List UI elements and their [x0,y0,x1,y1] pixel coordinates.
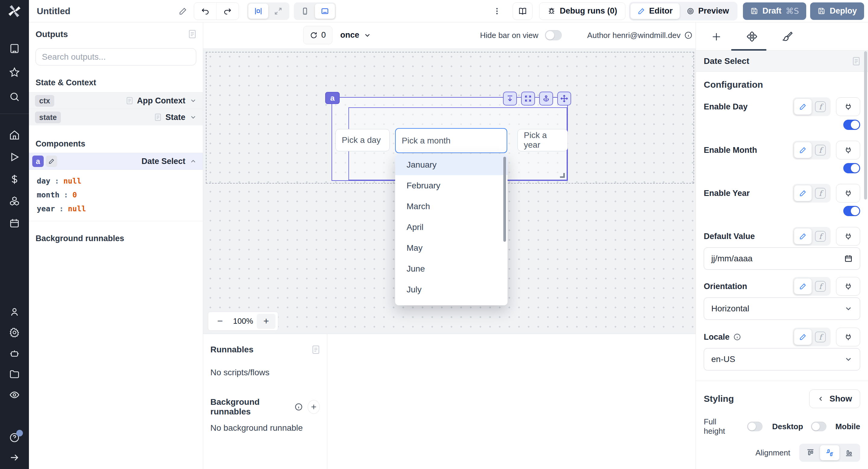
settings-doc-icon[interactable] [852,57,860,66]
enable-month-connect-plug-icon[interactable] [836,141,860,159]
zoom-in-button[interactable]: + [257,314,276,329]
pick-month-input[interactable]: Pick a month [395,128,507,153]
month-option-august[interactable]: August [395,300,507,305]
orientation-static-pencil-icon[interactable] [794,279,812,294]
help-icon[interactable] [9,432,20,443]
full-height-toggle[interactable] [747,422,763,431]
month-option-may[interactable]: May [395,238,507,258]
move-handle-icon[interactable] [557,92,571,105]
locale-static-pencil-icon[interactable] [794,329,812,345]
author-info-icon[interactable] [684,31,692,39]
outputs-doc-icon[interactable] [188,30,196,39]
calendar-icon[interactable] [844,254,852,263]
deploy-button[interactable]: Deploy [810,2,864,20]
settings-gear-icon[interactable] [9,327,20,338]
runs-play-icon[interactable] [9,152,20,162]
pick-year-input[interactable]: Pick a year [518,129,568,151]
more-menu-kebab-icon[interactable] [493,7,501,15]
center-layout-button[interactable] [248,4,268,19]
enable-year-fx-icon[interactable]: f [812,185,829,201]
prop-month[interactable]: month : 0 [37,188,203,201]
prop-year[interactable]: year : null [37,201,203,216]
tab-insert-plus-icon[interactable] [710,30,723,43]
default-value-connect-plug-icon[interactable] [836,227,860,246]
enable-month-toggle[interactable] [843,163,860,173]
month-option-march[interactable]: March [395,196,507,217]
refresh-count-button[interactable]: 0 [303,26,333,44]
orientation-fx-icon[interactable]: f [812,279,829,294]
folders-icon[interactable] [9,369,20,379]
expand-down-handle-icon[interactable] [503,92,517,105]
ai-robot-icon[interactable] [9,348,20,359]
enable-day-static-pencil-icon[interactable] [794,99,812,115]
runnables-doc-icon[interactable] [312,345,320,354]
windmill-logo[interactable] [0,0,29,22]
ctx-row[interactable]: ctx App Context [29,92,203,109]
enable-year-static-pencil-icon[interactable] [794,185,812,201]
default-value-date-input[interactable]: jj/mm/aaaa [704,247,860,270]
component-row-a[interactable]: a Date Select [29,153,203,170]
home-icon[interactable] [9,130,20,140]
anchor-handle-icon[interactable] [539,92,553,105]
month-option-april[interactable]: April [395,217,507,238]
schedules-calendar-icon[interactable] [9,218,20,229]
expand-layout-button[interactable] [268,4,288,19]
styling-show-button[interactable]: Show [809,389,860,408]
editor-tab[interactable]: Editor [630,3,680,19]
hide-bar-toggle[interactable] [545,30,562,40]
locale-fx-icon[interactable]: f [812,329,829,345]
canvas-grid[interactable]: a Pick a day Pick a month Pick a year Ja… [203,48,695,334]
resize-corner-handle[interactable] [560,173,565,178]
selected-component-tag[interactable]: a [325,92,340,104]
align-center-button[interactable] [820,445,839,460]
preview-tab[interactable]: Preview [680,3,736,19]
month-option-january[interactable]: January [395,154,507,175]
desktop-view-button[interactable] [315,4,335,19]
enable-month-fx-icon[interactable]: f [812,142,829,158]
favorites-star-icon[interactable] [9,67,20,78]
draft-save-button[interactable]: Draft ⌘S [743,2,806,20]
align-bottom-button[interactable] [839,445,859,460]
settings-scrollbar[interactable] [864,51,867,199]
search-icon[interactable] [9,91,20,102]
fullscreen-handle-icon[interactable] [521,92,535,105]
state-row[interactable]: state State [29,109,203,125]
edit-title-pencil-icon[interactable] [179,7,187,16]
state-chevron-down-icon[interactable] [190,114,197,121]
tab-styling-brush-icon[interactable] [781,30,794,43]
outputs-search-input[interactable] [42,52,190,62]
ctx-chevron-down-icon[interactable] [190,97,197,104]
variables-dollar-icon[interactable] [9,174,20,185]
docs-book-button[interactable] [513,2,532,20]
debug-runs-button[interactable]: Debug runs (0) [539,2,625,20]
add-bg-runnable-button[interactable] [308,400,320,414]
locale-connect-plug-icon[interactable] [836,327,860,346]
enable-day-connect-plug-icon[interactable] [836,97,860,116]
enable-year-connect-plug-icon[interactable] [836,184,860,202]
enable-day-toggle[interactable] [843,120,860,130]
component-rename-pencil-icon[interactable] [46,156,57,167]
user-icon[interactable] [9,307,20,317]
month-option-june[interactable]: June [395,258,507,279]
enable-year-toggle[interactable] [843,206,860,216]
desktop-toggle[interactable] [811,422,827,431]
collapse-arrow-icon[interactable] [9,452,20,463]
default-value-fx-icon[interactable]: f [812,228,829,244]
zoom-out-button[interactable]: − [211,314,229,329]
mobile-view-button[interactable] [295,4,315,19]
month-option-july[interactable]: July [395,279,507,300]
orientation-connect-plug-icon[interactable] [836,277,860,296]
pick-day-input[interactable]: Pick a day [336,129,390,151]
align-top-button[interactable] [801,445,820,460]
default-value-static-pencil-icon[interactable] [794,228,812,244]
dropdown-scrollbar[interactable] [503,157,506,242]
refresh-mode-dropdown[interactable]: once [340,30,371,40]
tab-component-settings-icon[interactable] [745,30,758,43]
enable-day-fx-icon[interactable]: f [812,99,829,115]
workspace-icon[interactable] [9,43,20,54]
component-chevron-up-icon[interactable] [190,158,197,165]
redo-button[interactable] [216,3,239,20]
orientation-select[interactable]: Horizontal [704,298,860,320]
bg-runnables-info-icon[interactable] [294,403,303,411]
month-option-february[interactable]: February [395,175,507,196]
